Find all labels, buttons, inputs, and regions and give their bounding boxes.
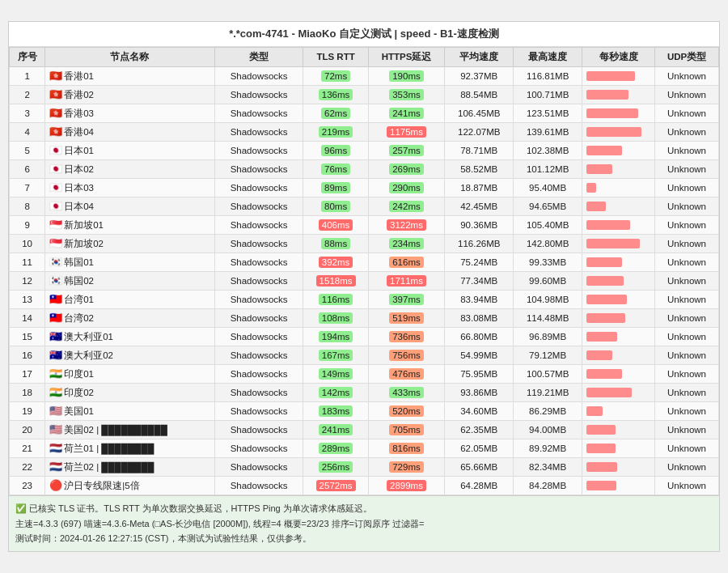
cell-type: Shadowsocks (214, 327, 303, 346)
cell-max-speed: 100.57MB (514, 364, 582, 383)
cell-https-delay: 353ms (368, 85, 445, 104)
cell-max-speed: 102.38MB (514, 141, 582, 159)
cell-tls-rtt: 289ms (303, 439, 368, 457)
cell-avg-speed: 65.66MB (445, 457, 514, 476)
cell-tls-rtt: 219ms (303, 122, 368, 141)
flag-icon: 🇭🇰 (49, 88, 62, 100)
cell-https-delay: 190ms (368, 66, 445, 85)
cell-https-delay: 242ms (368, 197, 445, 215)
cell-no: 4 (10, 122, 45, 141)
cell-https-delay: 816ms (368, 439, 445, 457)
cell-tls-rtt: 89ms (303, 178, 368, 197)
cell-speed-bar (582, 159, 655, 178)
time-line: 测试时间：2024-01-26 12:27:15 (CST)，本测试为试验性结果… (15, 531, 713, 546)
col-tls-rtt: TLS RTT (303, 47, 368, 66)
cell-speed-bar (582, 327, 655, 346)
cell-max-speed: 119.21MB (514, 383, 582, 401)
cell-speed-bar (582, 383, 655, 401)
cell-type: Shadowsocks (214, 271, 303, 290)
table-row: 22🇳🇱荷兰02 | ████████Shadowsocks256ms729ms… (10, 457, 719, 476)
cell-speed-bar (582, 346, 655, 364)
table-row: 11🇰🇷韩国01Shadowsocks392ms616ms75.24MB99.3… (10, 253, 719, 271)
cell-avg-speed: 54.99MB (445, 346, 514, 364)
cell-speed-bar (582, 457, 655, 476)
cell-tls-rtt: 88ms (303, 234, 368, 253)
cell-speed-bar (582, 271, 655, 290)
cell-type: Shadowsocks (214, 215, 303, 234)
cell-speed-bar (582, 197, 655, 215)
cell-name: 🇯🇵日本04 (45, 197, 215, 215)
cell-avg-speed: 66.80MB (445, 327, 514, 346)
cell-name: 🇸🇬新加坡02 (45, 234, 215, 253)
cell-max-speed: 139.61MB (514, 122, 582, 141)
cell-max-speed: 142.80MB (514, 234, 582, 253)
cell-name: 🇮🇳印度01 (45, 364, 215, 383)
cell-type: Shadowsocks (214, 308, 303, 327)
cell-name: 🇭🇰香港03 (45, 104, 215, 122)
cell-https-delay: 257ms (368, 141, 445, 159)
cell-max-speed: 86.29MB (514, 401, 582, 420)
cell-type: Shadowsocks (214, 439, 303, 457)
cell-no: 23 (10, 476, 45, 494)
cell-name: 🇹🇼台湾02 (45, 308, 215, 327)
cell-speed-bar (582, 308, 655, 327)
table-row: 12🇰🇷韩国02Shadowsocks1518ms1711ms77.34MB99… (10, 271, 719, 290)
cell-udp-type: Unknown (655, 420, 719, 439)
table-row: 9🇸🇬新加坡01Shadowsocks406ms3122ms90.36MB105… (10, 215, 719, 234)
flag-icon: 🇯🇵 (49, 181, 62, 193)
flag-icon: 🇯🇵 (49, 163, 62, 175)
cell-no: 12 (10, 271, 45, 290)
cell-type: Shadowsocks (214, 159, 303, 178)
cell-tls-rtt: 80ms (303, 197, 368, 215)
cell-avg-speed: 34.60MB (445, 401, 514, 420)
cell-speed-bar (582, 178, 655, 197)
cell-avg-speed: 78.71MB (445, 141, 514, 159)
cell-https-delay: 290ms (368, 178, 445, 197)
cell-type: Shadowsocks (214, 85, 303, 104)
cell-name: 🇹🇼台湾01 (45, 290, 215, 308)
cell-tls-rtt: 108ms (303, 308, 368, 327)
cell-avg-speed: 93.86MB (445, 383, 514, 401)
flag-icon: 🇺🇸 (49, 405, 62, 417)
cell-tls-rtt: 256ms (303, 457, 368, 476)
cell-type: Shadowsocks (214, 234, 303, 253)
flag-icon: 🇰🇷 (49, 274, 62, 286)
cell-udp-type: Unknown (655, 346, 719, 364)
cell-name: 🇳🇱荷兰02 | ████████ (45, 457, 215, 476)
cell-max-speed: 89.92MB (514, 439, 582, 457)
cell-no: 18 (10, 383, 45, 401)
col-udp-type: UDP类型 (655, 47, 719, 66)
cell-tls-rtt: 392ms (303, 253, 368, 271)
cell-tls-rtt: 149ms (303, 364, 368, 383)
cell-tls-rtt: 183ms (303, 401, 368, 420)
cell-name: 🇭🇰香港01 (45, 66, 215, 85)
cell-name: 🇯🇵日本01 (45, 141, 215, 159)
flag-icon: 🇺🇸 (49, 423, 62, 435)
cell-no: 20 (10, 420, 45, 439)
cell-speed-bar (582, 439, 655, 457)
cell-no: 6 (10, 159, 45, 178)
cell-max-speed: 95.40MB (514, 178, 582, 197)
cell-no: 11 (10, 253, 45, 271)
cell-no: 15 (10, 327, 45, 346)
table-row: 2🇭🇰香港02Shadowsocks136ms353ms88.54MB100.7… (10, 85, 719, 104)
table-row: 6🇯🇵日本02Shadowsocks76ms269ms58.52MB101.12… (10, 159, 719, 178)
table-row: 5🇯🇵日本01Shadowsocks96ms257ms78.71MB102.38… (10, 141, 719, 159)
cell-no: 7 (10, 178, 45, 197)
cell-udp-type: Unknown (655, 457, 719, 476)
cell-speed-bar (582, 420, 655, 439)
cell-name: 🇰🇷韩国02 (45, 271, 215, 290)
cell-tls-rtt: 72ms (303, 66, 368, 85)
cell-udp-type: Unknown (655, 104, 719, 122)
cell-name: 🇺🇸美国01 (45, 401, 215, 420)
flag-icon: 🇸🇬 (49, 237, 62, 249)
cell-max-speed: 82.34MB (514, 457, 582, 476)
cell-type: Shadowsocks (214, 253, 303, 271)
cell-https-delay: 736ms (368, 327, 445, 346)
cell-https-delay: 3122ms (368, 215, 445, 234)
flag-icon: 🇹🇼 (49, 293, 62, 305)
table-row: 19🇺🇸美国01Shadowsocks183ms520ms34.60MB86.2… (10, 401, 719, 420)
cell-no: 17 (10, 364, 45, 383)
table-row: 14🇹🇼台湾02Shadowsocks108ms519ms83.08MB114.… (10, 308, 719, 327)
cell-max-speed: 84.28MB (514, 476, 582, 494)
